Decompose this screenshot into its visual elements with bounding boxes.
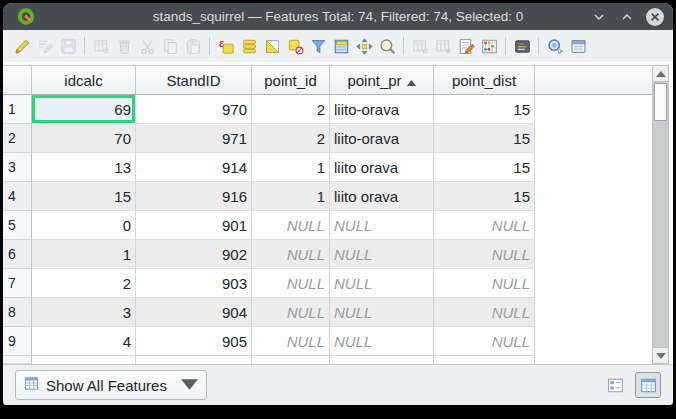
cell-idcalc[interactable]: 69 — [32, 95, 136, 124]
invert-selection-button[interactable] — [261, 34, 283, 58]
cell-StandID[interactable]: 902 — [136, 240, 252, 269]
cell-point_pr[interactable]: NULL — [330, 240, 434, 269]
chevron-up-icon — [619, 9, 635, 25]
scroll-down-button[interactable] — [653, 347, 668, 363]
cell-point_id[interactable]: 2 — [252, 124, 330, 153]
cell-point_dist[interactable]: NULL — [434, 298, 535, 327]
deselect-square-icon — [286, 37, 305, 56]
table-row-6: 61902NULLNULLNULL — [3, 240, 652, 269]
cell-point_pr[interactable]: liito orava — [330, 182, 434, 211]
titlebar[interactable]: stands_squirrel — Features Total: 74, Fi… — [3, 3, 673, 30]
row-filler — [535, 269, 652, 298]
toggle-editing-button[interactable] — [11, 34, 33, 58]
vertical-scrollbar[interactable] — [652, 65, 669, 364]
search-settings-button[interactable] — [544, 34, 566, 58]
cell-StandID[interactable]: 901 — [136, 211, 252, 240]
cell-point_id[interactable]: NULL — [252, 211, 330, 240]
column-header-point_dist[interactable]: point_dist — [434, 65, 535, 95]
cell-point_pr[interactable]: liito orava — [330, 153, 434, 182]
zoom-to-selection-button[interactable] — [376, 34, 398, 58]
row-header[interactable]: 1 — [3, 95, 32, 124]
scroll-up-button[interactable] — [653, 66, 668, 82]
cell-StandID[interactable]: 916 — [136, 182, 252, 211]
cell-idcalc[interactable]: 13 — [32, 153, 136, 182]
cell-point_id[interactable]: 1 — [252, 182, 330, 211]
cell-point_pr[interactable]: NULL — [330, 269, 434, 298]
cell-StandID[interactable]: 971 — [136, 124, 252, 153]
cell-StandID[interactable]: 970 — [136, 95, 252, 124]
edit-fields-button[interactable] — [455, 34, 477, 58]
scrollbar-thumb[interactable] — [654, 83, 667, 121]
dock-attribute-table-button[interactable] — [567, 34, 589, 58]
cell-idcalc[interactable]: 4 — [32, 327, 136, 356]
row-header[interactable]: 8 — [3, 298, 32, 327]
cell-point_id[interactable]: 2 — [252, 95, 330, 124]
cell-point_dist[interactable]: NULL — [434, 240, 535, 269]
cell-idcalc[interactable]: 15 — [32, 182, 136, 211]
cell-point_pr[interactable]: liito-orava — [330, 95, 434, 124]
row-header[interactable]: 4 — [3, 182, 32, 211]
cell-idcalc[interactable]: 2 — [32, 269, 136, 298]
column-header-point_id[interactable]: point_id — [252, 65, 330, 95]
delete-selected-features-button — [113, 34, 135, 58]
cell-point_dist[interactable]: NULL — [434, 211, 535, 240]
select-all-corner-header[interactable] — [3, 65, 32, 95]
cell-StandID[interactable]: 904 — [136, 298, 252, 327]
row-header[interactable]: 5 — [3, 211, 32, 240]
select-by-value-button[interactable] — [307, 34, 329, 58]
table-view-button[interactable] — [635, 372, 661, 398]
shade-window-button[interactable] — [589, 7, 609, 27]
row-header[interactable]: 2 — [3, 124, 32, 153]
close-window-button[interactable] — [645, 7, 665, 27]
move-selection-to-top-button[interactable] — [330, 34, 352, 58]
cell-point_dist[interactable]: 15 — [434, 153, 535, 182]
filter-label: Show All Features — [46, 377, 167, 394]
select-all-button[interactable] — [238, 34, 260, 58]
cell-point_id[interactable]: NULL — [252, 327, 330, 356]
multi-edit-mode-button — [34, 34, 56, 58]
cell-point_dist[interactable]: NULL — [434, 269, 535, 298]
pan-to-selection-button[interactable] — [353, 34, 375, 58]
cell-point_pr[interactable]: liito-orava — [330, 124, 434, 153]
field-calculator-button[interactable] — [478, 34, 500, 58]
cell-StandID[interactable]: 914 — [136, 153, 252, 182]
deselect-all-button[interactable] — [284, 34, 306, 58]
cell-point_dist[interactable]: NULL — [434, 327, 535, 356]
row-header[interactable]: 6 — [3, 240, 32, 269]
feature-filter-dropdown[interactable]: Show All Features — [15, 370, 207, 400]
cell-point_pr[interactable]: NULL — [330, 211, 434, 240]
column-header-StandID[interactable]: StandID — [136, 65, 252, 95]
row-header[interactable]: 3 — [3, 153, 32, 182]
cell-point_pr[interactable]: NULL — [330, 298, 434, 327]
column-header-point_pr[interactable]: point_pr — [330, 65, 434, 95]
toolbar-separator — [538, 37, 539, 55]
cell-idcalc[interactable]: 70 — [32, 124, 136, 153]
row-header[interactable]: 7 — [3, 269, 32, 298]
cell-point_id[interactable]: 1 — [252, 153, 330, 182]
table-view-icon — [639, 376, 658, 395]
cell-point_dist[interactable]: 15 — [434, 182, 535, 211]
column-header-idcalc[interactable]: idcalc — [32, 65, 136, 95]
form-view-button[interactable] — [602, 372, 628, 398]
cell-point_id[interactable]: NULL — [252, 298, 330, 327]
row-header[interactable]: 9 — [3, 327, 32, 356]
conditional-formatting-button[interactable] — [511, 34, 533, 58]
maximize-window-button[interactable] — [617, 7, 637, 27]
cell-StandID[interactable]: 905 — [136, 327, 252, 356]
select-by-expression-button[interactable]: ε — [215, 34, 237, 58]
pan-arrows-icon — [355, 37, 374, 56]
row-filler — [535, 182, 652, 211]
cell-point_dist[interactable]: 15 — [434, 124, 535, 153]
cell-point_id[interactable]: NULL — [252, 269, 330, 298]
form-view-icon — [606, 376, 625, 395]
row-filler — [535, 95, 652, 124]
trash-icon — [115, 37, 134, 56]
cell-idcalc[interactable]: 3 — [32, 298, 136, 327]
cell-point_pr[interactable]: NULL — [330, 327, 434, 356]
cell-StandID[interactable]: 903 — [136, 269, 252, 298]
cell-idcalc[interactable]: 1 — [32, 240, 136, 269]
cell-point_dist[interactable]: 15 — [434, 95, 535, 124]
cell-point_id[interactable]: NULL — [252, 240, 330, 269]
table-row-2: 2709712liito-orava15 — [3, 124, 652, 153]
cell-idcalc[interactable]: 0 — [32, 211, 136, 240]
